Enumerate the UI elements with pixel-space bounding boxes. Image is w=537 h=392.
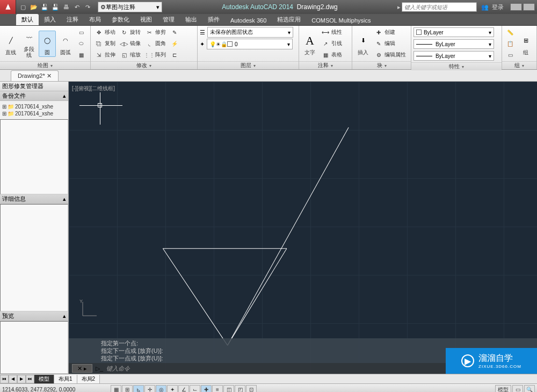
layout2-tab[interactable]: 布局2 [77, 375, 100, 383]
save-icon[interactable]: 💾 [40, 2, 49, 12]
tab-output[interactable]: 输出 [180, 14, 202, 25]
layerstate-icon[interactable]: ☰ [200, 29, 205, 36]
lwt-toggle[interactable]: ≡ [212, 385, 223, 393]
modelspace-button[interactable]: 模型 [495, 385, 511, 393]
tab-first-button[interactable]: ⏮ [0, 375, 9, 383]
tab-autodesk360[interactable]: Autodesk 360 [225, 16, 272, 25]
app-menu-button[interactable] [0, 0, 16, 14]
tab-next-button[interactable]: ▶ [17, 375, 26, 383]
minimize-button[interactable] [510, 3, 522, 11]
panel-title-draw[interactable]: 绘图▾ [0, 61, 90, 69]
3dosnap-toggle[interactable]: ✦ [167, 385, 178, 393]
tab-comsol[interactable]: COMSOL Multiphysics [306, 16, 376, 25]
text-button[interactable]: A文字 [301, 31, 318, 56]
model-tab[interactable]: 模型 [34, 375, 54, 383]
dyn-toggle[interactable]: ✚ [201, 385, 212, 393]
tab-insert[interactable]: 插入 [39, 14, 61, 25]
move-button[interactable]: ✥移动 [93, 27, 117, 38]
circle-button[interactable]: ◯圆 [39, 31, 56, 57]
annoscale-button[interactable]: 🔍 [524, 385, 535, 393]
tpy-toggle[interactable]: ◫ [223, 385, 234, 393]
panel-title-modify[interactable]: 修改▾ [91, 61, 197, 69]
workspace-combo[interactable]: ⚙ 草图与注释 ▾ [98, 2, 162, 12]
tab-layout[interactable]: 布局 [84, 14, 106, 25]
rotate-button[interactable]: ↻旋转 [118, 27, 142, 38]
ellipse-button[interactable]: ⬭ [75, 38, 87, 49]
color-combo[interactable]: ByLayer▾ [413, 27, 494, 37]
tab-last-button[interactable]: ⏭ [26, 375, 34, 383]
drawing-canvas[interactable]: [-][俯视][二维线框] Y 指定第一个点: 指定下一点或 [放弃(U)]: … [69, 82, 537, 374]
layer-combo[interactable]: 💡☀🔒 0▾ [207, 39, 293, 49]
tab-parametric[interactable]: 参数化 [106, 14, 135, 25]
rect-button[interactable]: ▭ [75, 27, 87, 38]
arc-button[interactable]: ◠圆弧 [57, 31, 74, 56]
paste-button[interactable]: 📋 [504, 38, 516, 49]
close-button[interactable] [523, 3, 535, 11]
layerstate-combo[interactable]: 未保存的图层状态▾ [207, 27, 293, 38]
layout-quickview[interactable]: ▭ [512, 385, 523, 393]
sc-toggle[interactable]: ⊡ [246, 385, 257, 393]
print-icon[interactable]: 🖶 [61, 2, 71, 12]
line-button[interactable]: ╱直线 [2, 31, 19, 56]
panel-header[interactable]: 图形修复管理器 [0, 82, 68, 91]
file-tab[interactable]: Drawing2* ✕ [11, 70, 59, 81]
trim-button[interactable]: ✂修剪 [143, 27, 168, 38]
table-button[interactable]: ▦表格 [320, 49, 344, 60]
redo-icon[interactable]: ↷ [83, 2, 92, 12]
qp-toggle[interactable]: ◰ [235, 385, 245, 393]
mirror-button[interactable]: ◁▷镜像 [118, 38, 142, 49]
search-input[interactable] [402, 2, 477, 12]
explode-button[interactable]: ⚡ [169, 38, 180, 49]
lineweight-combo[interactable]: ByLayer▾ [413, 39, 494, 49]
login-button[interactable]: 登录 [492, 3, 504, 11]
new-icon[interactable]: ▢ [18, 2, 28, 12]
cmd-handle-icon[interactable]: ✕ ▸ [72, 364, 92, 373]
measure-button[interactable]: 📏 [504, 27, 516, 38]
layout1-tab[interactable]: 布局1 [54, 375, 77, 383]
create-block-button[interactable]: ✚创建 [373, 27, 408, 38]
preview-header[interactable]: 预览▴ [0, 311, 68, 321]
tree-item[interactable]: ⊞📁20170614_xshe [2, 110, 66, 117]
fillet-button[interactable]: ◟圆角 [143, 38, 168, 49]
detail-header[interactable]: 详细信息▴ [0, 194, 68, 204]
offset-button[interactable]: ⊏ [169, 49, 180, 60]
ducs-toggle[interactable]: ⌙ [190, 385, 200, 393]
polar-toggle[interactable]: ✛ [144, 385, 155, 393]
panel-title-annot[interactable]: 注释▾ [299, 61, 352, 69]
linetype-combo[interactable]: ByLayer▾ [413, 51, 494, 61]
ortho-toggle[interactable]: ⊾ [133, 385, 144, 393]
stretch-button[interactable]: ⇲拉伸 [93, 49, 117, 60]
hatch-button[interactable]: ▦ [75, 49, 87, 60]
open-icon[interactable]: 📂 [29, 2, 39, 12]
tab-prev-button[interactable]: ◀ [9, 375, 17, 383]
panel-title-props[interactable]: 特性▾ [411, 62, 502, 70]
undo-icon[interactable]: ↶ [72, 2, 82, 12]
tab-addins[interactable]: 插件 [202, 14, 225, 25]
tree-item[interactable]: ⊞📁20170614_xshe [2, 103, 66, 110]
leader-button[interactable]: ↗引线 [320, 38, 344, 49]
tab-default[interactable]: 默认 [16, 14, 39, 25]
help-icon[interactable]: 👥 [481, 4, 489, 11]
select-button[interactable]: ▭ [504, 49, 516, 60]
erase-button[interactable]: ✎ [169, 27, 180, 38]
panel-title-layers[interactable]: 图层▾ [198, 61, 299, 69]
tab-manage[interactable]: 管理 [157, 14, 180, 25]
otrack-toggle[interactable]: ∠ [178, 385, 189, 393]
scale-button[interactable]: ◱缩放 [118, 49, 142, 60]
saveas-icon[interactable]: 💾 [50, 2, 60, 12]
panel-title-group[interactable]: 组▾ [502, 61, 536, 69]
tab-featured[interactable]: 精选应用 [272, 14, 306, 25]
insert-button[interactable]: ⬇插入 [354, 31, 372, 56]
grid-toggle[interactable]: ⊞ [122, 385, 133, 393]
copy-button[interactable]: ⿻复制 [93, 38, 117, 49]
group-button[interactable]: ⊞组 [517, 31, 534, 56]
polyline-button[interactable]: 〰多段线 [20, 28, 38, 59]
tab-annotate[interactable]: 注释 [61, 14, 84, 25]
snap-toggle[interactable]: ▦ [111, 385, 121, 393]
coordinates-display[interactable]: 1214.6033, 2477.8292, 0.0000 [2, 387, 110, 392]
array-button[interactable]: ⋮⋮阵列 [143, 49, 168, 60]
backup-header[interactable]: 备份文件▴ [0, 91, 68, 101]
edit-attr-button[interactable]: ⚙编辑属性 [373, 49, 408, 60]
layer-icon[interactable]: ✦ [200, 41, 205, 48]
panel-title-block[interactable]: 块▾ [352, 61, 410, 69]
